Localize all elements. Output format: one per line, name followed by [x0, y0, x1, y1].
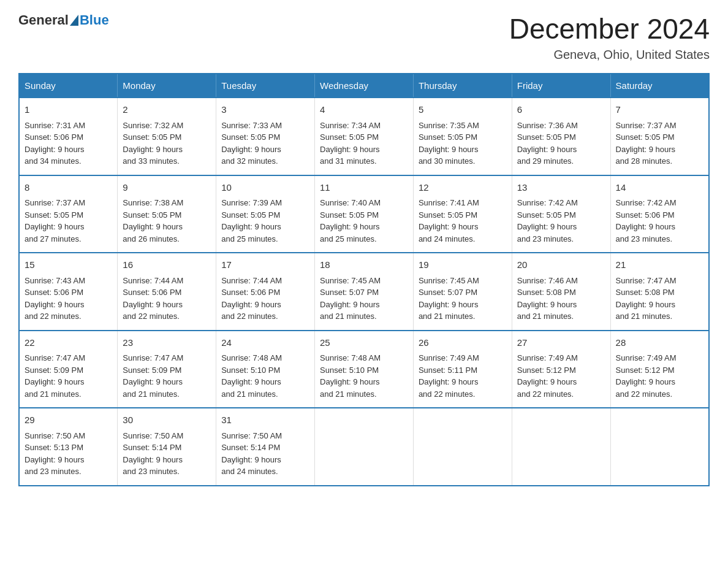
day-number: 11: [320, 181, 408, 195]
day-info: Sunrise: 7:50 AMSunset: 5:13 PMDaylight:…: [25, 431, 85, 477]
day-info: Sunrise: 7:39 AMSunset: 5:05 PMDaylight:…: [221, 198, 282, 243]
day-info: Sunrise: 7:42 AMSunset: 5:06 PMDaylight:…: [616, 198, 677, 243]
day-number: 1: [25, 103, 112, 117]
calendar-cell: 10Sunrise: 7:39 AMSunset: 5:05 PMDayligh…: [216, 175, 315, 253]
day-info: Sunrise: 7:49 AMSunset: 5:11 PMDaylight:…: [419, 353, 479, 399]
day-number: 31: [221, 413, 309, 427]
day-number: 4: [320, 103, 408, 117]
calendar-cell: 19Sunrise: 7:45 AMSunset: 5:07 PMDayligh…: [413, 253, 512, 331]
day-info: Sunrise: 7:49 AMSunset: 5:12 PMDaylight:…: [616, 353, 677, 399]
calendar-week-1: 1Sunrise: 7:31 AMSunset: 5:06 PMDaylight…: [19, 98, 709, 175]
day-info: Sunrise: 7:41 AMSunset: 5:05 PMDaylight:…: [419, 198, 479, 243]
day-number: 24: [221, 336, 309, 350]
calendar-cell: 6Sunrise: 7:36 AMSunset: 5:05 PMDaylight…: [512, 98, 610, 175]
calendar-cell: 16Sunrise: 7:44 AMSunset: 5:06 PMDayligh…: [118, 253, 216, 331]
day-info: Sunrise: 7:48 AMSunset: 5:10 PMDaylight:…: [320, 353, 381, 399]
day-info: Sunrise: 7:47 AMSunset: 5:09 PMDaylight:…: [123, 353, 183, 399]
day-number: 2: [123, 103, 211, 117]
day-info: Sunrise: 7:46 AMSunset: 5:08 PMDaylight:…: [517, 276, 578, 321]
calendar-cell: 30Sunrise: 7:50 AMSunset: 5:14 PMDayligh…: [118, 408, 216, 486]
calendar-cell: 31Sunrise: 7:50 AMSunset: 5:14 PMDayligh…: [216, 408, 315, 486]
day-number: 22: [25, 336, 112, 350]
month-title: December 2024: [509, 12, 710, 45]
calendar-cell: 7Sunrise: 7:37 AMSunset: 5:05 PMDaylight…: [610, 98, 709, 175]
calendar-cell: 24Sunrise: 7:48 AMSunset: 5:10 PMDayligh…: [216, 331, 315, 408]
calendar-cell: [315, 408, 414, 486]
day-info: Sunrise: 7:38 AMSunset: 5:05 PMDaylight:…: [123, 198, 183, 243]
day-info: Sunrise: 7:36 AMSunset: 5:05 PMDaylight:…: [517, 121, 578, 166]
calendar-cell: 1Sunrise: 7:31 AMSunset: 5:06 PMDaylight…: [19, 98, 118, 175]
day-number: 6: [517, 103, 605, 117]
day-info: Sunrise: 7:45 AMSunset: 5:07 PMDaylight:…: [320, 276, 381, 321]
logo: General Blue: [18, 12, 109, 28]
day-info: Sunrise: 7:49 AMSunset: 5:12 PMDaylight:…: [517, 353, 578, 399]
calendar-week-2: 8Sunrise: 7:37 AMSunset: 5:05 PMDaylight…: [19, 175, 709, 253]
day-number: 15: [25, 258, 112, 272]
calendar-week-5: 29Sunrise: 7:50 AMSunset: 5:13 PMDayligh…: [19, 408, 709, 486]
logo-triangle-icon: [70, 15, 78, 26]
title-area: December 2024 Geneva, Ohio, United State…: [509, 12, 710, 62]
calendar-cell: 9Sunrise: 7:38 AMSunset: 5:05 PMDaylight…: [118, 175, 216, 253]
day-info: Sunrise: 7:35 AMSunset: 5:05 PMDaylight:…: [419, 121, 479, 166]
weekday-header-thursday: Thursday: [413, 74, 512, 98]
calendar-cell: 20Sunrise: 7:46 AMSunset: 5:08 PMDayligh…: [512, 253, 610, 331]
calendar-cell: [413, 408, 512, 486]
day-info: Sunrise: 7:43 AMSunset: 5:06 PMDaylight:…: [25, 276, 85, 321]
calendar-cell: 29Sunrise: 7:50 AMSunset: 5:13 PMDayligh…: [19, 408, 118, 486]
day-info: Sunrise: 7:47 AMSunset: 5:09 PMDaylight:…: [25, 353, 85, 399]
day-number: 23: [123, 336, 211, 350]
day-number: 18: [320, 258, 408, 272]
weekday-header-tuesday: Tuesday: [216, 74, 315, 98]
day-number: 13: [517, 181, 605, 195]
calendar-cell: 28Sunrise: 7:49 AMSunset: 5:12 PMDayligh…: [610, 331, 709, 408]
logo-general-text: General: [18, 12, 69, 28]
day-info: Sunrise: 7:40 AMSunset: 5:05 PMDaylight:…: [320, 198, 381, 243]
day-info: Sunrise: 7:50 AMSunset: 5:14 PMDaylight:…: [221, 431, 282, 477]
day-info: Sunrise: 7:50 AMSunset: 5:14 PMDaylight:…: [123, 431, 183, 477]
day-number: 8: [25, 181, 112, 195]
day-info: Sunrise: 7:33 AMSunset: 5:05 PMDaylight:…: [221, 121, 282, 166]
day-info: Sunrise: 7:32 AMSunset: 5:05 PMDaylight:…: [123, 121, 183, 166]
calendar-cell: 2Sunrise: 7:32 AMSunset: 5:05 PMDaylight…: [118, 98, 216, 175]
day-info: Sunrise: 7:42 AMSunset: 5:05 PMDaylight:…: [517, 198, 578, 243]
calendar-week-4: 22Sunrise: 7:47 AMSunset: 5:09 PMDayligh…: [19, 331, 709, 408]
calendar-cell: 18Sunrise: 7:45 AMSunset: 5:07 PMDayligh…: [315, 253, 414, 331]
calendar-cell: 26Sunrise: 7:49 AMSunset: 5:11 PMDayligh…: [413, 331, 512, 408]
day-number: 29: [25, 413, 112, 427]
day-number: 5: [419, 103, 507, 117]
calendar-week-3: 15Sunrise: 7:43 AMSunset: 5:06 PMDayligh…: [19, 253, 709, 331]
weekday-header-friday: Friday: [512, 74, 610, 98]
day-number: 26: [419, 336, 507, 350]
day-number: 3: [221, 103, 309, 117]
day-info: Sunrise: 7:44 AMSunset: 5:06 PMDaylight:…: [123, 276, 183, 321]
calendar-cell: 3Sunrise: 7:33 AMSunset: 5:05 PMDaylight…: [216, 98, 315, 175]
day-number: 10: [221, 181, 309, 195]
day-number: 25: [320, 336, 408, 350]
day-number: 16: [123, 258, 211, 272]
day-info: Sunrise: 7:47 AMSunset: 5:08 PMDaylight:…: [616, 276, 677, 321]
calendar-cell: 13Sunrise: 7:42 AMSunset: 5:05 PMDayligh…: [512, 175, 610, 253]
day-number: 14: [616, 181, 703, 195]
weekday-header-saturday: Saturday: [610, 74, 709, 98]
calendar-cell: 25Sunrise: 7:48 AMSunset: 5:10 PMDayligh…: [315, 331, 414, 408]
calendar-cell: 4Sunrise: 7:34 AMSunset: 5:05 PMDaylight…: [315, 98, 414, 175]
calendar-cell: [610, 408, 709, 486]
day-number: 9: [123, 181, 211, 195]
day-info: Sunrise: 7:34 AMSunset: 5:05 PMDaylight:…: [320, 121, 381, 166]
calendar-cell: 12Sunrise: 7:41 AMSunset: 5:05 PMDayligh…: [413, 175, 512, 253]
calendar-cell: 27Sunrise: 7:49 AMSunset: 5:12 PMDayligh…: [512, 331, 610, 408]
calendar-cell: 21Sunrise: 7:47 AMSunset: 5:08 PMDayligh…: [610, 253, 709, 331]
calendar-cell: 17Sunrise: 7:44 AMSunset: 5:06 PMDayligh…: [216, 253, 315, 331]
calendar-cell: 14Sunrise: 7:42 AMSunset: 5:06 PMDayligh…: [610, 175, 709, 253]
day-info: Sunrise: 7:31 AMSunset: 5:06 PMDaylight:…: [25, 121, 85, 166]
calendar-cell: 11Sunrise: 7:40 AMSunset: 5:05 PMDayligh…: [315, 175, 414, 253]
weekday-header-sunday: Sunday: [19, 74, 118, 98]
calendar-cell: 5Sunrise: 7:35 AMSunset: 5:05 PMDaylight…: [413, 98, 512, 175]
day-number: 30: [123, 413, 211, 427]
day-number: 28: [616, 336, 703, 350]
day-number: 19: [419, 258, 507, 272]
day-info: Sunrise: 7:48 AMSunset: 5:10 PMDaylight:…: [221, 353, 282, 399]
calendar-cell: 15Sunrise: 7:43 AMSunset: 5:06 PMDayligh…: [19, 253, 118, 331]
day-number: 12: [419, 181, 507, 195]
logo-area: General Blue: [18, 12, 109, 28]
